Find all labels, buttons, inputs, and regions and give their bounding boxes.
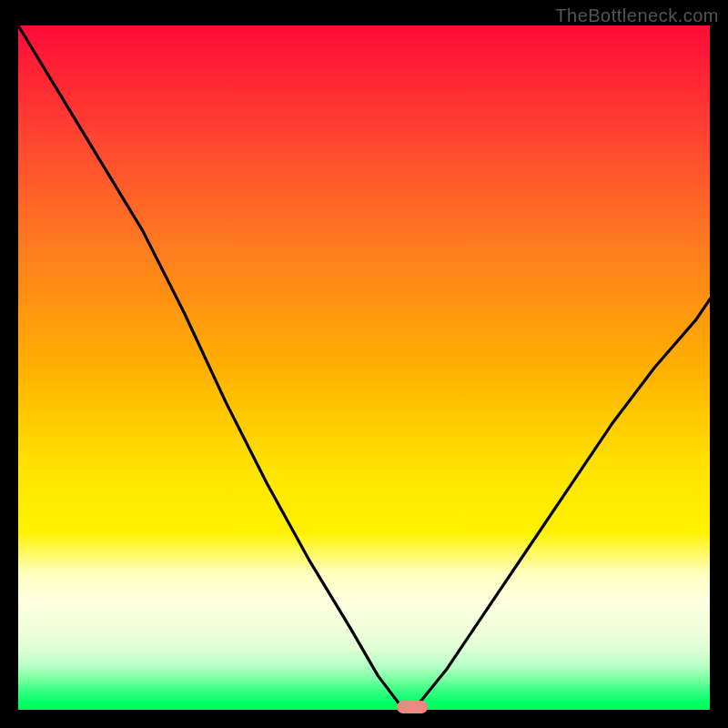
watermark-label: TheBottleneck.com — [555, 5, 719, 26]
minimum-marker — [397, 701, 428, 713]
chart-frame: TheBottleneck.com — [0, 0, 728, 728]
plot-area — [18, 25, 710, 710]
bottleneck-curve — [18, 25, 710, 710]
